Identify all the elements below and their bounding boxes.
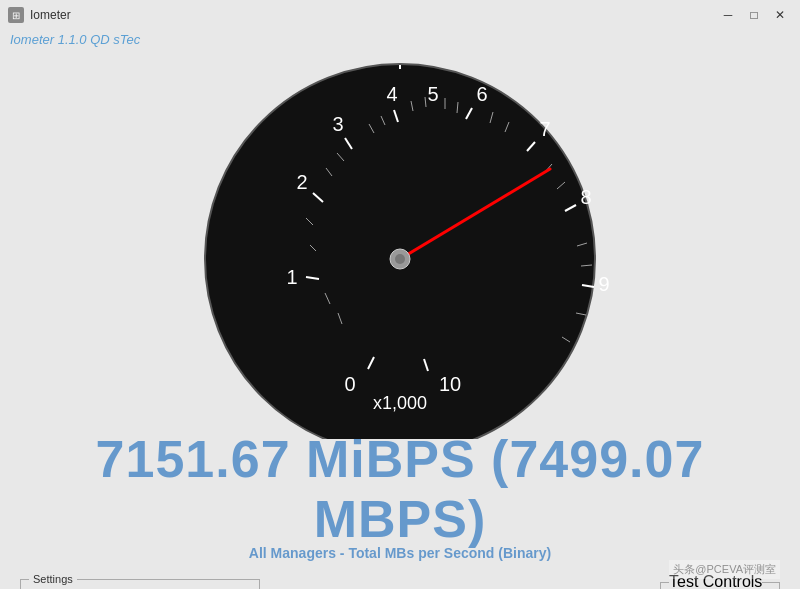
svg-text:10: 10 [439,373,461,395]
title-bar: ⊞ Iometer ─ □ ✕ [0,0,800,30]
app-subtitle: Iometer 1.1.0 QD sTec [0,30,800,49]
speed-label: All Managers - Total MBs per Second (Bin… [10,545,790,561]
svg-text:3: 3 [332,113,343,135]
multiplier-label: x1,000 [373,393,427,413]
settings-group: Settings Total MBs per Second (Binary) R… [20,573,260,589]
minimize-button[interactable]: ─ [716,5,740,25]
svg-text:8: 8 [580,186,591,208]
svg-text:2: 2 [296,171,307,193]
svg-text:1: 1 [286,266,297,288]
svg-text:4: 4 [386,83,397,105]
svg-text:7: 7 [539,118,550,140]
speed-display: 7151.67 MiBPS (7499.07 MBPS) All Manager… [10,429,790,561]
settings-legend: Settings [29,573,77,585]
window-controls: ─ □ ✕ [716,5,792,25]
maximize-button[interactable]: □ [742,5,766,25]
svg-text:0: 0 [344,373,355,395]
svg-text:6: 6 [476,83,487,105]
main-content: 0 1 2 3 4 5 6 7 8 [0,49,800,589]
app-icon: ⊞ [8,7,24,23]
speed-value: 7151.67 MiBPS (7499.07 MBPS) [10,429,790,549]
window-title: Iometer [30,8,71,22]
gauge-svg: 0 1 2 3 4 5 6 7 8 [120,49,680,439]
svg-point-45 [395,254,405,264]
svg-text:9: 9 [598,273,609,295]
svg-text:5: 5 [427,83,438,105]
title-bar-left: ⊞ Iometer [8,7,71,23]
gauge-container: 0 1 2 3 4 5 6 7 8 [120,49,680,439]
watermark: 头条@PCEVA评测室 [669,560,780,579]
close-button[interactable]: ✕ [768,5,792,25]
